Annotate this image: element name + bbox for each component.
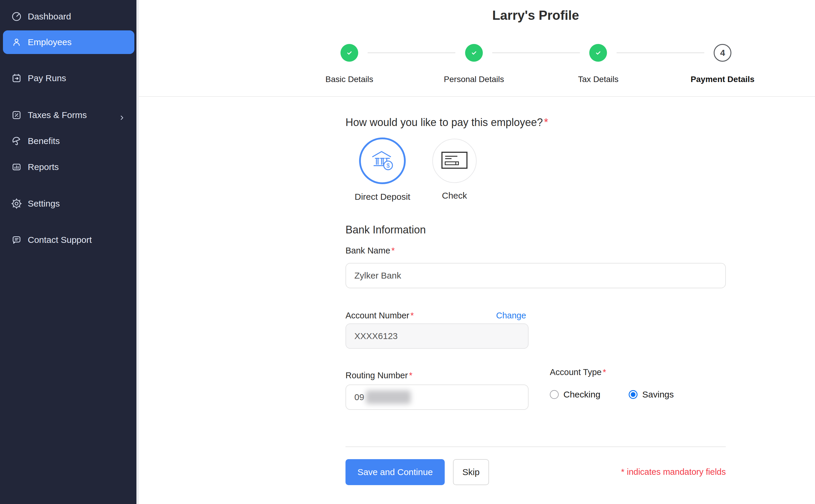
sidebar-item-label: Dashboard xyxy=(28,12,71,22)
sidebar-item-reports[interactable]: Reports xyxy=(0,155,136,179)
direct-deposit-selected-circle: $ xyxy=(359,138,406,184)
stepper-step-tax-details[interactable]: Tax Details xyxy=(578,44,619,84)
content-column: Larry's Profile Basic Details Personal xyxy=(345,0,726,504)
step-label: Tax Details xyxy=(578,75,619,84)
stepper-step-personal-details[interactable]: Personal Details xyxy=(444,44,504,84)
main-content: Larry's Profile Basic Details Personal xyxy=(139,0,815,504)
account-type-options: Checking Savings xyxy=(550,390,674,400)
bank-name-input[interactable] xyxy=(345,263,726,288)
account-type-label-text: Account Type xyxy=(550,367,602,377)
stepper: Basic Details Personal Details Tax Detai… xyxy=(345,44,726,91)
check-option-circle xyxy=(432,139,477,183)
app-root: Dashboard Employees Pay Runs Taxes & For… xyxy=(0,0,815,504)
change-account-link[interactable]: Change xyxy=(496,311,526,320)
dashboard-icon xyxy=(11,11,22,22)
radio-unselected-icon xyxy=(550,390,559,399)
sidebar-item-benefits[interactable]: Benefits xyxy=(0,129,136,153)
sidebar-item-dashboard[interactable]: Dashboard xyxy=(0,5,136,28)
sidebar-item-taxes-forms[interactable]: Taxes & Forms xyxy=(0,103,136,127)
stepper-step-payment-details[interactable]: 4 Payment Details xyxy=(691,44,754,84)
radio-label: Checking xyxy=(564,390,600,400)
required-asterisk: * xyxy=(411,311,414,320)
routing-number-label-text: Routing Number xyxy=(345,371,408,380)
sidebar-item-settings[interactable]: Settings xyxy=(0,192,136,215)
required-asterisk: * xyxy=(603,367,606,377)
sidebar-item-label: Pay Runs xyxy=(28,73,66,83)
account-number-label-text: Account Number xyxy=(345,311,409,320)
routing-number-visible-digits: 09 xyxy=(354,392,364,402)
paper-check-icon xyxy=(441,151,468,170)
pay-runs-icon xyxy=(11,73,22,84)
stepper-step-basic-details[interactable]: Basic Details xyxy=(325,44,373,84)
pay-option-check[interactable]: Check xyxy=(432,139,477,201)
bank-name-label: Bank Name* xyxy=(345,246,395,256)
required-asterisk: * xyxy=(544,116,548,128)
account-type-label: Account Type* xyxy=(550,367,674,377)
save-and-continue-button[interactable]: Save and Continue xyxy=(345,459,445,485)
bank-name-label-text: Bank Name xyxy=(345,246,390,255)
taxes-forms-icon xyxy=(11,110,22,120)
sidebar-item-pay-runs[interactable]: Pay Runs xyxy=(0,66,136,90)
account-type-group: Account Type* Checking Savings xyxy=(550,367,674,400)
benefits-icon xyxy=(11,136,22,146)
sidebar-item-contact-support[interactable]: Contact Support xyxy=(0,228,136,252)
radio-checking[interactable]: Checking xyxy=(550,390,600,400)
form-divider xyxy=(345,446,726,447)
pay-method-question: How would you like to pay this employee?… xyxy=(345,116,548,129)
sidebar-item-label: Settings xyxy=(28,199,60,209)
step-complete-check-icon xyxy=(589,44,607,62)
step-label: Basic Details xyxy=(325,75,373,84)
step-number-badge: 4 xyxy=(714,44,731,62)
skip-button[interactable]: Skip xyxy=(453,459,489,485)
radio-label: Savings xyxy=(642,390,674,400)
account-number-label: Account Number* xyxy=(345,311,414,320)
radio-savings[interactable]: Savings xyxy=(629,390,674,400)
step-label: Payment Details xyxy=(691,75,754,84)
pay-option-label: Direct Deposit xyxy=(354,192,410,202)
bank-deposit-icon: $ xyxy=(369,147,396,175)
contact-support-icon xyxy=(11,235,22,245)
pay-method-question-text: How would you like to pay this employee? xyxy=(345,116,543,128)
sidebar-item-label: Benefits xyxy=(28,136,60,146)
bank-information-heading: Bank Information xyxy=(345,224,426,236)
radio-selected-icon xyxy=(629,390,638,399)
svg-text:$: $ xyxy=(386,162,390,169)
routing-number-redacted-blur xyxy=(366,390,411,404)
stepper-connector xyxy=(367,53,455,53)
pay-option-label: Check xyxy=(442,191,467,201)
step-number: 4 xyxy=(720,48,725,58)
employees-icon xyxy=(11,37,22,48)
page-title: Larry's Profile xyxy=(345,8,726,23)
step-complete-check-icon xyxy=(465,44,483,62)
required-asterisk: * xyxy=(409,371,412,380)
required-asterisk: * xyxy=(391,246,395,255)
chevron-right-icon xyxy=(119,112,125,118)
settings-icon xyxy=(11,198,22,209)
step-complete-check-icon xyxy=(340,44,358,62)
step-label: Personal Details xyxy=(444,75,504,84)
reports-icon xyxy=(11,162,22,172)
sidebar-item-label: Taxes & Forms xyxy=(28,110,87,120)
sidebar: Dashboard Employees Pay Runs Taxes & For… xyxy=(0,0,139,504)
stepper-connector xyxy=(492,53,580,53)
routing-number-label: Routing Number* xyxy=(345,371,412,380)
sidebar-item-employees[interactable]: Employees xyxy=(3,30,134,54)
sidebar-item-label: Contact Support xyxy=(28,235,92,245)
account-number-input[interactable] xyxy=(345,323,529,349)
sidebar-item-label: Reports xyxy=(28,162,59,172)
mandatory-fields-note: * indicates mandatory fields xyxy=(621,467,726,477)
sidebar-item-label: Employees xyxy=(28,37,71,47)
pay-option-direct-deposit[interactable]: $ Direct Deposit xyxy=(354,138,410,202)
routing-number-input[interactable]: 09 xyxy=(345,384,529,410)
